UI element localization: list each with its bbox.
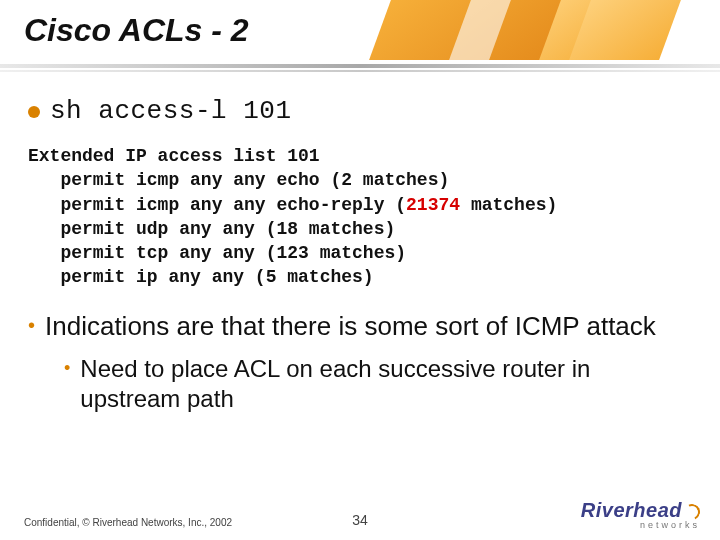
acl-header: Extended IP access list 101 (28, 146, 320, 166)
bullet-level2: • Need to place ACL on each successive r… (64, 354, 692, 414)
acl-output: Extended IP access list 101 permit icmp … (28, 144, 692, 290)
acl-line: permit icmp any any echo-reply (21374 ma… (28, 195, 557, 215)
logo-name: Riverhead (581, 499, 682, 521)
page-number: 34 (352, 512, 368, 528)
bullet-icon (28, 106, 40, 118)
bullet-text: Need to place ACL on each successive rou… (80, 354, 692, 414)
acl-line: permit udp any any (18 matches) (28, 219, 395, 239)
header-decoration (380, 0, 680, 70)
acl-line: permit icmp any any echo (2 matches) (28, 170, 449, 190)
logo-arc-icon (682, 501, 703, 522)
slide: Cisco ACLs - 2 sh access-l 101 Extended … (0, 0, 720, 540)
command-bullet: sh access-l 101 (28, 96, 692, 126)
slide-content: sh access-l 101 Extended IP access list … (28, 96, 692, 414)
bullet-text: Indications are that there is some sort … (45, 310, 656, 343)
slide-title: Cisco ACLs - 2 (24, 12, 249, 49)
bullet-icon: • (64, 354, 70, 382)
bullet-level1: • Indications are that there is some sor… (28, 310, 692, 343)
divider (0, 64, 720, 72)
acl-line: permit ip any any (5 matches) (28, 267, 374, 287)
command-text: sh access-l 101 (50, 96, 292, 126)
bullet-icon: • (28, 310, 35, 340)
acl-highlight: 21374 (406, 195, 460, 215)
footer-text: Confidential, © Riverhead Networks, Inc.… (24, 517, 232, 528)
logo: Riverhead networks (581, 499, 700, 530)
acl-line: permit tcp any any (123 matches) (28, 243, 406, 263)
